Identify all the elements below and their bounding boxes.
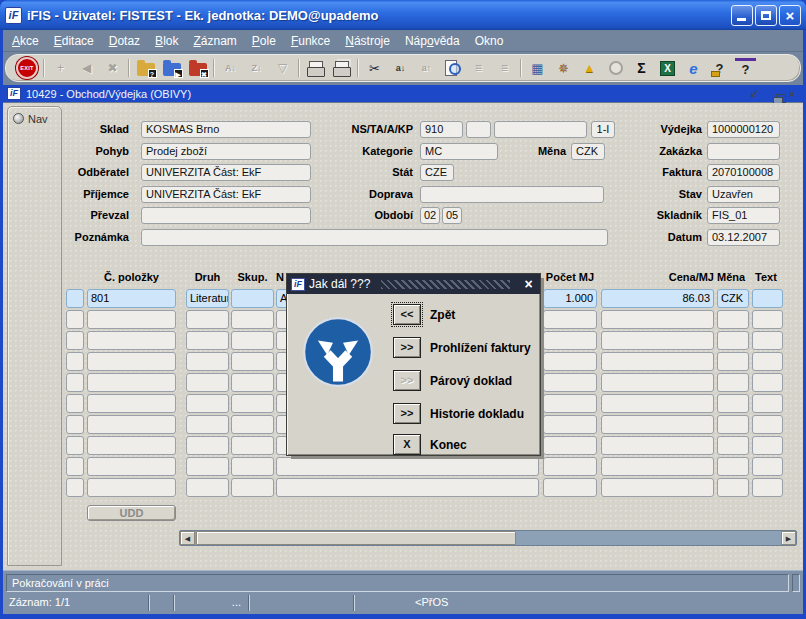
mena-cell[interactable] — [717, 415, 749, 434]
cena-cell[interactable] — [601, 352, 714, 371]
text-cell[interactable] — [752, 457, 783, 476]
mena-cell[interactable] — [717, 373, 749, 392]
druh-cell[interactable] — [186, 352, 229, 371]
menu-napoveda[interactable]: Nápověda — [405, 34, 460, 48]
text-cell[interactable] — [752, 415, 783, 434]
copy-down-icon[interactable]: a↓ — [390, 58, 411, 79]
konec-button[interactable]: X — [393, 434, 421, 455]
dialog-close-icon[interactable]: × — [521, 277, 536, 291]
prijemce-field[interactable]: UNIVERZITA Část: EkF — [141, 186, 311, 203]
polozka-cell[interactable] — [87, 373, 176, 392]
text-cell[interactable] — [752, 478, 783, 497]
execute-query-icon[interactable]: ▶ — [161, 58, 182, 79]
polozka-cell[interactable] — [87, 331, 176, 350]
druh-cell[interactable] — [186, 310, 229, 329]
cena-cell[interactable] — [601, 373, 714, 392]
skup-cell[interactable] — [231, 394, 274, 413]
pocet-cell[interactable] — [543, 331, 597, 350]
row-select-cell[interactable] — [66, 331, 84, 350]
faktura-field[interactable]: 2070100008 — [707, 164, 780, 181]
cena-cell[interactable] — [601, 310, 714, 329]
polozka-cell[interactable] — [87, 415, 176, 434]
add-record-icon[interactable]: + — [50, 58, 71, 79]
historie-dokladu-button[interactable]: >> — [393, 403, 421, 424]
row-select-cell[interactable] — [66, 415, 84, 434]
scroll-right-icon[interactable]: ▶ — [781, 531, 796, 545]
druh-cell[interactable] — [186, 331, 229, 350]
udd-button[interactable]: UDD — [87, 505, 176, 521]
text-cell[interactable] — [752, 289, 783, 308]
mdi-close-button[interactable]: × — [785, 88, 799, 100]
menu-editace[interactable]: Editace — [54, 34, 94, 48]
sklad-field[interactable]: KOSMAS Brno — [141, 121, 311, 138]
nazev-cell[interactable] — [276, 478, 539, 497]
sort-ascending-icon[interactable]: A↓ — [220, 58, 241, 79]
skup-cell[interactable] — [231, 352, 274, 371]
text-cell[interactable] — [752, 331, 783, 350]
exit-button[interactable]: EXIT — [16, 57, 38, 79]
web-browser-icon[interactable]: e — [683, 58, 704, 79]
skup-cell[interactable] — [231, 478, 274, 497]
mena-cell[interactable] — [717, 331, 749, 350]
menu-pole[interactable]: Pole — [252, 34, 276, 48]
titlebar[interactable]: iF iFIS - Uživatel: FISTEST - Ek. jednot… — [0, 0, 806, 30]
row-select-cell[interactable] — [66, 394, 84, 413]
help-icon[interactable]: ? — [735, 58, 756, 79]
ns-field[interactable]: 910 — [420, 121, 463, 138]
clock-icon[interactable] — [605, 58, 626, 79]
skup-cell[interactable] — [231, 373, 274, 392]
previous-record-icon[interactable]: ◀ — [76, 58, 97, 79]
mena-cell[interactable] — [717, 352, 749, 371]
skladnik-field[interactable]: FIS_01 — [707, 207, 780, 224]
druh-cell[interactable] — [186, 478, 229, 497]
mena-cell[interactable] — [717, 436, 749, 455]
cena-cell[interactable] — [601, 394, 714, 413]
poznamka-field[interactable] — [141, 229, 608, 246]
akce-field[interactable] — [494, 121, 587, 138]
cut-icon[interactable]: ✂ — [364, 58, 385, 79]
stav-field[interactable]: Uzavřen — [707, 186, 780, 203]
sum-icon[interactable]: Σ — [631, 58, 652, 79]
obdobi-rok-field[interactable]: 05 — [442, 207, 462, 224]
row-select-cell[interactable] — [66, 436, 84, 455]
mena-cell[interactable] — [717, 457, 749, 476]
polozka-cell[interactable] — [87, 394, 176, 413]
doprava-field[interactable] — [420, 186, 604, 203]
menu-okno[interactable]: Okno — [475, 34, 504, 48]
filter-icon[interactable]: ▽ — [272, 58, 293, 79]
scroll-left-icon[interactable]: ◀ — [180, 531, 195, 545]
menu-nastroje[interactable]: Nástroje — [345, 34, 390, 48]
pocet-cell[interactable]: 1.000 — [543, 289, 597, 308]
polozka-cell[interactable] — [87, 310, 176, 329]
row-select-cell[interactable] — [66, 352, 84, 371]
mdi-titlebar[interactable]: iF 10429 - Obchod/Výdejka (OBIVY) ↙ × — [3, 85, 803, 103]
prohlizeni-faktury-button[interactable]: >> — [393, 337, 421, 358]
zakazka-field[interactable] — [707, 143, 780, 160]
text-cell[interactable] — [752, 310, 783, 329]
row-select-cell[interactable] — [66, 289, 84, 308]
cancel-query-icon[interactable]: ✖ — [187, 58, 208, 79]
text-cell[interactable] — [752, 352, 783, 371]
pocet-cell[interactable] — [543, 394, 597, 413]
print-setup-icon[interactable] — [331, 58, 352, 79]
close-button[interactable]: × — [779, 5, 801, 26]
copy-up-icon[interactable]: a↑ — [416, 58, 437, 79]
datum-field[interactable]: 03.12.2007 — [707, 229, 780, 246]
text-cell[interactable] — [752, 436, 783, 455]
menu-blok[interactable]: Blok — [155, 34, 178, 48]
pocet-cell[interactable] — [543, 310, 597, 329]
polozka-cell[interactable] — [87, 478, 176, 497]
skup-cell[interactable] — [231, 289, 274, 308]
cena-cell[interactable] — [601, 436, 714, 455]
polozka-cell[interactable] — [87, 352, 176, 371]
pocet-cell[interactable] — [543, 457, 597, 476]
menu-funkce[interactable]: Funkce — [291, 34, 330, 48]
polozka-cell[interactable]: 801 — [87, 289, 176, 308]
mena-cell[interactable] — [717, 310, 749, 329]
stat-field[interactable]: CZE — [420, 164, 454, 181]
menu-akce[interactable]: Akce — [12, 34, 39, 48]
sort-descending-icon[interactable]: Z↓ — [246, 58, 267, 79]
cena-cell[interactable] — [601, 331, 714, 350]
pocet-cell[interactable] — [543, 478, 597, 497]
polozka-cell[interactable] — [87, 436, 176, 455]
